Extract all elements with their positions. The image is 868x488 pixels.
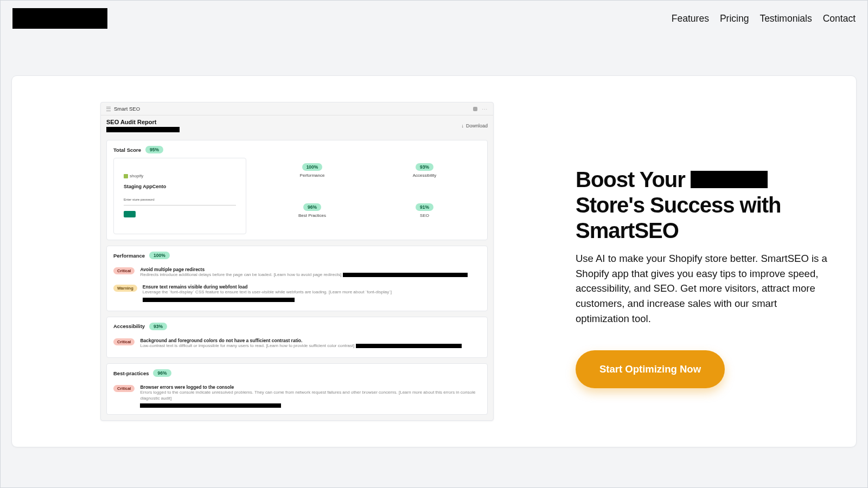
score-performance: 100% Performance (256, 163, 368, 178)
score-best-practices-label: Best Practices (298, 213, 326, 218)
score-seo: 91% SEO (368, 203, 481, 218)
issue-desc: Errors logged to the console indicate un… (140, 390, 481, 401)
redacted-row (143, 298, 295, 302)
store-preview-mock: shopify Staging AppCento Enter store pas… (113, 158, 246, 234)
issue-title: Ensure text remains visible during webfo… (143, 284, 481, 290)
nav-contact[interactable]: Contact (823, 13, 856, 24)
score-grid: 100% Performance 93% Accessibility 96% B… (256, 158, 481, 234)
severity-badge-critical: Critical (113, 267, 135, 274)
hero-title: Boost Your Store's Success with SmartSEO (576, 167, 833, 243)
app-subheader: SEO Audit Report ↓ Download (101, 115, 493, 134)
score-accessibility: 93% Accessibility (368, 163, 481, 178)
shopify-logo: shopify (124, 174, 236, 178)
download-label: Download (466, 123, 488, 129)
score-accessibility-label: Accessibility (413, 173, 437, 178)
nav-pricing[interactable]: Pricing (720, 13, 749, 24)
total-score-badge: 95% (145, 146, 163, 153)
hero-subtitle: Use AI to make your Shopify store better… (576, 251, 833, 326)
score-best-practices-value: 96% (303, 203, 321, 211)
hero-screenshot-area: Smart SEO ··· SEO Audit Report ↓ Downloa… (35, 102, 559, 421)
accessibility-issue-1: Critical Background and foreground color… (113, 335, 481, 352)
kebab-icon[interactable]: ··· (482, 106, 488, 112)
best-practices-card: Best-practices 96% Critical Browser erro… (106, 363, 488, 415)
accessibility-title: Accessibility (113, 323, 145, 329)
store-subtext (124, 189, 236, 192)
severity-badge-critical: Critical (113, 385, 135, 392)
score-accessibility-value: 93% (416, 163, 433, 171)
score-seo-value: 91% (416, 203, 433, 211)
user-icon[interactable] (473, 107, 477, 111)
issue-title: Avoid multiple page redirects (140, 267, 481, 272)
redacted-inline (356, 344, 462, 348)
score-seo-label: SEO (420, 213, 429, 218)
download-button[interactable]: ↓ Download (461, 123, 488, 129)
nav-features[interactable]: Features (672, 13, 709, 24)
best-practices-score-badge: 96% (153, 369, 171, 377)
redacted-row (140, 403, 281, 408)
performance-card: Performance 100% Critical Avoid multiple… (106, 246, 488, 311)
issue-title: Background and foreground colors do not … (140, 338, 481, 343)
enter-button[interactable] (124, 211, 136, 217)
cta-start-optimizing[interactable]: Start Optimizing Now (576, 350, 725, 388)
hero-title-redacted (691, 171, 768, 188)
score-performance-label: Performance (300, 173, 325, 178)
issue-title: Browser errors were logged to the consol… (140, 384, 481, 390)
performance-issue-1: Critical Avoid multiple page redirects R… (113, 264, 481, 281)
accessibility-card: Accessibility 93% Critical Background an… (106, 317, 488, 358)
best-practices-title: Best-practices (113, 370, 149, 376)
app-titlebar: Smart SEO ··· (101, 102, 493, 115)
issue-desc: Leverage the `font-display` CSS feature … (143, 290, 481, 295)
app-screenshot: Smart SEO ··· SEO Audit Report ↓ Downloa… (100, 102, 494, 421)
performance-title: Performance (113, 253, 145, 259)
best-practices-issue-1: Critical Browser errors were logged to t… (113, 381, 481, 411)
main-nav: Features Pricing Testimonials Contact (672, 13, 856, 24)
app-brand: Smart SEO (114, 106, 140, 112)
score-best-practices: 96% Best Practices (256, 203, 368, 218)
total-score-label: Total Score (113, 147, 141, 153)
severity-badge-critical: Critical (113, 338, 135, 345)
download-icon: ↓ (461, 123, 464, 129)
performance-score-badge: 100% (149, 252, 170, 259)
issue-desc: Low-contrast text is difficult or imposs… (140, 343, 481, 349)
page-header: Features Pricing Testimonials Contact (1, 1, 867, 36)
redacted-inline (343, 273, 468, 277)
issue-desc: Redirects introduce additional delays be… (140, 272, 481, 278)
accessibility-score-badge: 93% (149, 323, 167, 330)
store-footer-link[interactable] (124, 223, 236, 226)
severity-badge-warning: Warning (113, 285, 137, 292)
report-title: SEO Audit Report (106, 119, 180, 125)
logo-redacted (12, 8, 107, 29)
performance-issue-2: Warning Ensure text remains visible duri… (113, 281, 481, 305)
store-name: Staging AppCento (124, 184, 236, 189)
hero-copy: Boost Your Store's Success with SmartSEO… (576, 102, 833, 421)
hero-card: Smart SEO ··· SEO Audit Report ↓ Downloa… (11, 75, 857, 447)
menu-icon[interactable] (106, 107, 111, 111)
password-input[interactable] (124, 201, 236, 206)
nav-testimonials[interactable]: Testimonials (760, 13, 812, 24)
score-performance-value: 100% (302, 163, 323, 171)
report-subtitle-redacted (106, 127, 180, 132)
total-score-card: Total Score 95% shopify Staging AppCento… (106, 140, 488, 240)
